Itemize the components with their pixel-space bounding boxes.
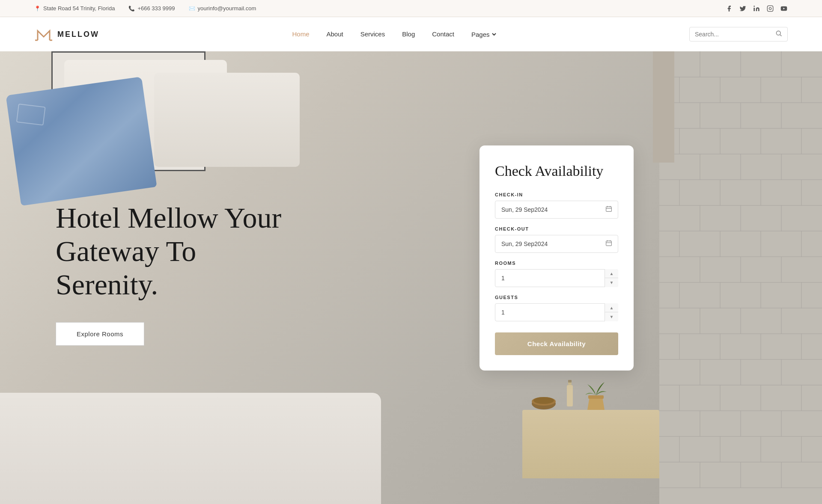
guests-up-arrow[interactable]: ▲ [605,303,618,313]
door-panel [653,51,674,163]
explore-rooms-button[interactable]: Explore Rooms [56,322,144,346]
top-bar-contact: 📍 State Road 54 Trinity, Florida 📞 +666 … [34,5,256,12]
guests-arrows: ▲ ▼ [605,303,618,321]
checkout-label: CHECK-OUT [495,226,618,231]
guests-down-arrow[interactable]: ▼ [605,312,618,321]
right-wall-texture [659,51,822,504]
twitter-icon[interactable] [739,5,747,12]
nav-pages-label: Pages [471,31,490,38]
svg-rect-93 [588,395,604,399]
svg-point-0 [754,6,755,7]
plant-item [583,376,609,410]
rooms-input-wrapper: ▲ ▼ [495,269,618,287]
bowl-item [531,393,557,410]
guests-group: GUESTS ▲ ▼ [495,295,618,321]
rooms-input[interactable] [495,269,618,287]
nav-menu: Home About Services Blog Contact Pages [292,30,496,38]
logo[interactable]: MELLOW [34,25,99,44]
nav-services-link[interactable]: Services [360,30,385,38]
checkin-input-wrapper [495,201,618,219]
top-bar: 📍 State Road 54 Trinity, Florida 📞 +666 … [0,0,822,17]
rooms-down-arrow[interactable]: ▼ [605,278,618,287]
chevron-down-icon [491,32,497,37]
brick-texture [659,51,822,504]
rooms-arrows: ▲ ▼ [605,269,618,287]
instagram-icon[interactable] [766,5,774,12]
email-icon: ✉️ [189,6,195,12]
phone-text: +666 333 9999 [137,5,175,12]
phone-icon: 📞 [128,6,135,12]
phone-item: 📞 +666 333 9999 [128,5,175,12]
nav-blog-link[interactable]: Blog [402,30,415,38]
guests-input-wrapper: ▲ ▼ [495,303,618,321]
nav-about-link[interactable]: About [326,30,343,38]
checkout-group: CHECK-OUT [495,226,618,253]
checkin-input[interactable] [495,201,618,219]
address-item: 📍 State Road 54 Trinity, Florida [34,5,115,12]
logo-icon [34,25,53,44]
hero-section: Hotel Mellow Your Gateway To Serenity. E… [0,51,822,504]
hero-title: Hotel Mellow Your Gateway To Serenity. [56,201,291,302]
search-bar[interactable] [689,27,788,42]
nav-contact-link[interactable]: Contact [432,30,454,38]
nav-home[interactable]: Home [292,30,309,38]
nav-pages-link[interactable]: Pages [471,31,497,38]
hero-title-line2: Gateway To Serenity. [56,235,196,301]
svg-rect-92 [568,380,572,382]
logo-text: MELLOW [57,30,99,39]
nav-services[interactable]: Services [360,30,385,38]
nav-pages[interactable]: Pages [471,31,497,38]
bottle-item [565,380,575,410]
svg-rect-1 [767,6,773,11]
navbar: MELLOW Home About Services Blog Contact … [0,17,822,51]
rooms-up-arrow[interactable]: ▲ [605,269,618,279]
guests-input[interactable] [495,303,618,321]
nav-contact[interactable]: Contact [432,30,454,38]
checkout-input-wrapper [495,235,618,253]
nightstand [522,410,659,478]
rooms-label: ROOMS [495,261,618,266]
hero-title-line1: Hotel Mellow Your [56,202,281,234]
svg-point-4 [776,31,780,35]
checkin-group: CHECK-IN [495,192,618,219]
search-icon[interactable] [775,30,782,39]
email-item: ✉️ yourinfo@yourmail.com [189,5,256,12]
nav-about[interactable]: About [326,30,343,38]
nav-blog[interactable]: Blog [402,30,415,38]
availability-title: Check Availability [495,163,618,180]
pillow-blue [6,77,157,206]
bed-linen [0,393,381,504]
hero-text-block: Hotel Mellow Your Gateway To Serenity. E… [56,201,291,346]
availability-card: Check Availability CHECK-IN CHECK-OUT [480,145,634,371]
nav-home-link[interactable]: Home [292,30,309,38]
svg-point-89 [533,397,554,404]
svg-rect-91 [567,385,573,406]
guests-label: GUESTS [495,295,618,300]
checkin-label: CHECK-IN [495,192,618,197]
facebook-icon[interactable] [725,5,733,12]
linkedin-icon[interactable] [753,5,760,12]
address-text: State Road 54 Trinity, Florida [43,5,115,12]
pillow-white-2 [154,73,300,167]
email-text: yourinfo@yourmail.com [198,5,256,12]
social-links [725,5,788,12]
check-availability-button[interactable]: Check Availability [495,332,618,355]
search-input[interactable] [695,31,772,38]
rooms-group: ROOMS ▲ ▼ [495,261,618,287]
youtube-icon[interactable] [780,5,788,12]
location-icon: 📍 [34,6,41,12]
nightstand-items [531,376,609,410]
checkout-input[interactable] [495,235,618,253]
